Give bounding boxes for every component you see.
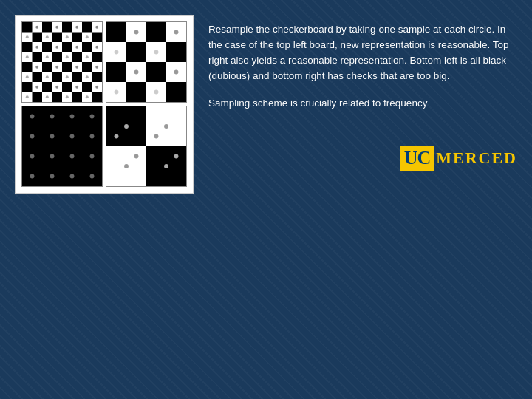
- svg-point-94: [90, 154, 95, 159]
- main-container: Resample the checkerboard by taking one …: [0, 0, 532, 399]
- svg-point-92: [50, 154, 55, 159]
- svg-rect-30: [52, 92, 63, 103]
- checker-top-right: [106, 21, 187, 103]
- svg-point-40: [86, 35, 89, 38]
- svg-rect-24: [92, 72, 103, 83]
- svg-point-78: [134, 70, 139, 75]
- svg-rect-3: [62, 22, 72, 33]
- svg-rect-15: [72, 52, 83, 63]
- svg-point-55: [66, 75, 69, 78]
- svg-point-80: [115, 90, 119, 95]
- svg-rect-16: [92, 52, 103, 63]
- svg-rect-6: [52, 33, 63, 43]
- svg-rect-66: [106, 22, 126, 42]
- svg-point-96: [50, 174, 55, 179]
- svg-rect-12: [82, 42, 92, 52]
- svg-rect-18: [42, 62, 52, 72]
- svg-point-88: [50, 134, 55, 139]
- svg-point-95: [30, 174, 35, 179]
- svg-point-77: [154, 50, 159, 55]
- svg-rect-19: [62, 62, 72, 72]
- svg-rect-20: [82, 62, 92, 72]
- svg-point-44: [95, 46, 98, 49]
- svg-point-76: [115, 50, 119, 55]
- svg-point-105: [164, 164, 168, 168]
- svg-point-42: [55, 46, 58, 49]
- svg-point-84: [50, 115, 55, 119]
- svg-rect-72: [126, 82, 146, 102]
- svg-rect-23: [72, 72, 83, 83]
- svg-point-52: [95, 66, 98, 69]
- svg-point-75: [174, 30, 179, 35]
- svg-point-46: [46, 55, 49, 58]
- svg-point-74: [134, 30, 139, 35]
- ucmerced-logo: UC MERCED: [400, 123, 517, 171]
- svg-point-36: [95, 26, 98, 29]
- svg-point-62: [46, 95, 49, 98]
- svg-point-61: [26, 95, 29, 98]
- svg-rect-32: [92, 92, 103, 103]
- svg-rect-13: [33, 52, 43, 63]
- logo-merced: MERCED: [436, 149, 517, 168]
- svg-point-60: [95, 86, 98, 89]
- svg-point-48: [86, 55, 89, 58]
- svg-rect-8: [92, 33, 103, 43]
- svg-point-34: [55, 26, 58, 29]
- checker-top-left: [21, 21, 103, 103]
- svg-point-45: [26, 55, 29, 58]
- svg-point-107: [134, 154, 139, 159]
- svg-point-86: [90, 115, 95, 119]
- svg-point-85: [70, 115, 75, 119]
- svg-point-104: [124, 164, 129, 168]
- checkerboard-panel: [15, 15, 194, 194]
- right-panel: Resample the checkerboard by taking one …: [208, 15, 517, 171]
- main-description: Resample the checkerboard by taking one …: [208, 22, 517, 84]
- svg-point-98: [90, 174, 95, 179]
- svg-point-59: [75, 86, 78, 89]
- svg-point-33: [35, 26, 38, 29]
- svg-rect-7: [72, 33, 83, 43]
- svg-point-49: [35, 66, 38, 69]
- svg-rect-29: [33, 92, 43, 103]
- svg-point-51: [75, 66, 78, 69]
- svg-point-58: [55, 86, 58, 89]
- svg-point-54: [46, 75, 49, 78]
- svg-point-56: [86, 75, 89, 78]
- svg-point-37: [26, 35, 29, 38]
- svg-point-89: [70, 134, 75, 139]
- svg-rect-71: [146, 62, 166, 82]
- svg-rect-31: [72, 92, 83, 103]
- svg-point-87: [30, 134, 35, 139]
- sampling-description: Sampling scheme is crucially related to …: [208, 96, 517, 112]
- svg-rect-11: [62, 42, 72, 52]
- svg-point-41: [35, 46, 38, 49]
- svg-rect-1: [22, 22, 33, 33]
- svg-point-83: [30, 115, 35, 119]
- svg-rect-28: [82, 82, 92, 92]
- checker-bottom-left: [21, 106, 103, 187]
- svg-rect-26: [42, 82, 52, 92]
- svg-rect-67: [146, 22, 166, 42]
- svg-point-97: [70, 174, 75, 179]
- svg-point-91: [30, 154, 35, 159]
- svg-rect-73: [166, 82, 186, 102]
- svg-point-43: [75, 46, 78, 49]
- svg-rect-27: [62, 82, 72, 92]
- svg-point-103: [164, 124, 168, 129]
- svg-point-90: [90, 134, 95, 139]
- checker-top-row: [21, 21, 187, 103]
- svg-point-35: [75, 26, 78, 29]
- svg-point-109: [174, 154, 179, 159]
- svg-point-79: [174, 70, 179, 75]
- svg-rect-70: [106, 62, 126, 82]
- svg-rect-4: [82, 22, 92, 33]
- svg-rect-21: [33, 72, 43, 83]
- svg-rect-2: [42, 22, 52, 33]
- svg-rect-25: [22, 82, 33, 92]
- svg-rect-14: [52, 52, 63, 63]
- svg-point-39: [66, 35, 69, 38]
- svg-point-47: [66, 55, 69, 58]
- svg-rect-68: [126, 42, 146, 62]
- checker-bottom-row: [21, 106, 187, 187]
- svg-point-93: [70, 154, 75, 159]
